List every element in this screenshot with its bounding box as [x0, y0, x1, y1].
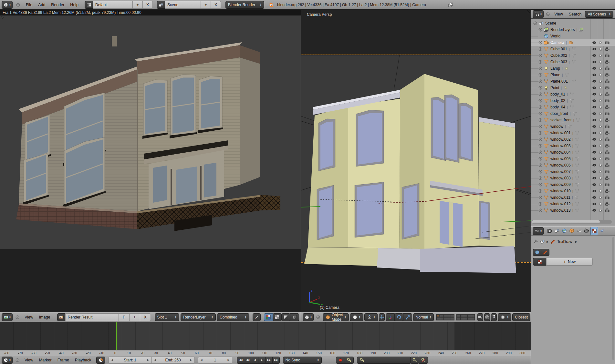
- menu-render[interactable]: Render: [49, 3, 67, 7]
- world-texture-toggle[interactable]: [533, 249, 541, 256]
- renderability-toggle[interactable]: [604, 201, 610, 207]
- play-reverse-button[interactable]: ◀: [251, 357, 258, 364]
- renderability-toggle[interactable]: [604, 136, 610, 143]
- selectability-toggle[interactable]: [598, 85, 604, 91]
- expand-icon[interactable]: [538, 131, 543, 135]
- outliner-hscrollbar[interactable]: [532, 220, 612, 224]
- outliner-item-door_front[interactable]: door_front|: [531, 110, 615, 117]
- outliner-item-label[interactable]: window.007: [550, 169, 571, 174]
- expand-icon[interactable]: [538, 60, 543, 64]
- orientation-select[interactable]: Normal▲▼: [413, 313, 434, 321]
- visibility-toggle[interactable]: [591, 39, 598, 46]
- draw-zbuffer-toggle[interactable]: [290, 313, 299, 321]
- outliner-item-label[interactable]: window.012: [550, 202, 571, 206]
- delete-keyframe-button[interactable]: [419, 357, 428, 364]
- properties-tab-object-data[interactable]: [583, 227, 590, 235]
- start-frame-field[interactable]: ◀Start: 1▶: [109, 357, 152, 364]
- expand-icon[interactable]: [538, 163, 543, 167]
- selectability-toggle[interactable]: [598, 201, 604, 207]
- renderability-toggle[interactable]: [604, 46, 610, 52]
- menu-add[interactable]: Add: [36, 3, 47, 7]
- expand-icon[interactable]: [538, 189, 543, 193]
- duplicate-window-icon[interactable]: [448, 2, 453, 7]
- expand-icon[interactable]: [538, 40, 543, 45]
- outliner-item-label[interactable]: Point: [550, 86, 559, 90]
- outliner-item-window-004[interactable]: window.004|: [531, 149, 615, 156]
- visibility-toggle[interactable]: [591, 97, 598, 104]
- delete-layout-button[interactable]: X: [142, 1, 153, 9]
- selectability-toggle[interactable]: [598, 149, 604, 156]
- menu-view[interactable]: View: [22, 358, 36, 362]
- expand-icon[interactable]: [538, 86, 543, 90]
- visibility-toggle[interactable]: [591, 194, 598, 201]
- renderability-toggle[interactable]: [604, 104, 610, 110]
- expand-icon[interactable]: [538, 124, 543, 129]
- editor-type-button[interactable]: ▲▼: [2, 1, 13, 9]
- render-layer-select[interactable]: RenderLayer▲▼: [181, 313, 216, 321]
- selectability-toggle[interactable]: [598, 188, 604, 194]
- properties-tab-texture[interactable]: [590, 227, 598, 235]
- visibility-toggle[interactable]: [591, 104, 598, 110]
- outliner-item-label[interactable]: Cube.002: [550, 53, 567, 58]
- brush-texture-toggle[interactable]: [541, 249, 549, 256]
- properties-tab-render[interactable]: [546, 227, 553, 235]
- collapse-menus-icon[interactable]: [15, 315, 20, 319]
- outliner-item-window-013[interactable]: window.013|: [531, 207, 615, 214]
- renderability-toggle[interactable]: [604, 143, 610, 149]
- timeline-ruler[interactable]: -80-70-60-50-40-30-20-100102030405060708…: [0, 350, 531, 356]
- outliner-item-window-001[interactable]: window.001|: [531, 130, 615, 136]
- visibility-toggle[interactable]: [591, 85, 598, 91]
- outliner-item-label[interactable]: RenderLayers: [550, 27, 575, 32]
- expand-icon[interactable]: [538, 73, 543, 77]
- visibility-toggle[interactable]: [591, 207, 598, 214]
- menu-search[interactable]: Search: [567, 12, 584, 16]
- outliner-item-plane-001[interactable]: Plane.001|: [531, 78, 615, 85]
- outliner-item-label[interactable]: window.001: [550, 131, 571, 135]
- outliner-item-window-008[interactable]: window.008|: [531, 175, 615, 181]
- outliner-item-label[interactable]: window.010: [550, 189, 571, 193]
- image-editor-type-button[interactable]: ▲▼: [2, 313, 13, 321]
- timeline-editor-type-button[interactable]: ▲▼: [2, 357, 13, 364]
- outliner-item-scene[interactable]: Scene: [531, 20, 615, 26]
- outliner-item-label[interactable]: window.013: [550, 208, 571, 213]
- renderability-toggle[interactable]: [604, 194, 610, 201]
- expand-icon[interactable]: [538, 111, 543, 116]
- keying-set-field[interactable]: [357, 357, 411, 364]
- visibility-toggle[interactable]: [591, 52, 598, 59]
- visibility-toggle[interactable]: [591, 156, 598, 162]
- visibility-toggle[interactable]: [591, 65, 598, 72]
- expand-icon[interactable]: [538, 169, 543, 174]
- texture-name[interactable]: TexDraw: [557, 239, 572, 244]
- renderability-toggle[interactable]: [604, 117, 610, 123]
- selectability-toggle[interactable]: [598, 104, 604, 110]
- add-scene-button[interactable]: +: [201, 1, 211, 9]
- selectability-toggle[interactable]: [598, 162, 604, 168]
- manipulator-toggle[interactable]: [379, 313, 385, 321]
- visibility-toggle[interactable]: [591, 136, 598, 143]
- expand-menus-icon[interactable]: [316, 315, 320, 319]
- outliner-item-label[interactable]: window: [550, 124, 563, 129]
- area-corner-grip[interactable]: [526, 10, 530, 14]
- expand-icon[interactable]: [538, 150, 543, 155]
- menu-frame[interactable]: Frame: [55, 358, 71, 362]
- house-model[interactable]: [301, 10, 531, 312]
- image-name-field[interactable]: Render Result: [65, 313, 119, 321]
- expand-icon[interactable]: [538, 47, 543, 51]
- selectability-toggle[interactable]: [598, 130, 604, 136]
- selectability-toggle[interactable]: [598, 207, 604, 214]
- visibility-toggle[interactable]: [591, 162, 598, 168]
- visibility-toggle[interactable]: [591, 110, 598, 117]
- renderability-toggle[interactable]: [604, 130, 610, 136]
- new-image-button[interactable]: +: [129, 313, 140, 321]
- menu-help[interactable]: Help: [68, 3, 81, 7]
- selectability-toggle[interactable]: [598, 97, 604, 104]
- selectability-toggle[interactable]: [598, 72, 604, 78]
- sync-select[interactable]: No Sync▲▼: [283, 357, 322, 364]
- renderability-toggle[interactable]: [604, 181, 610, 188]
- renderability-toggle[interactable]: [604, 72, 610, 78]
- outliner-item-label[interactable]: body_01: [550, 92, 565, 96]
- selectability-toggle[interactable]: [598, 117, 604, 123]
- visibility-toggle[interactable]: [591, 143, 598, 149]
- outliner-item-body_01[interactable]: body_01|: [531, 91, 615, 97]
- outliner-item-label[interactable]: Plane: [550, 73, 560, 77]
